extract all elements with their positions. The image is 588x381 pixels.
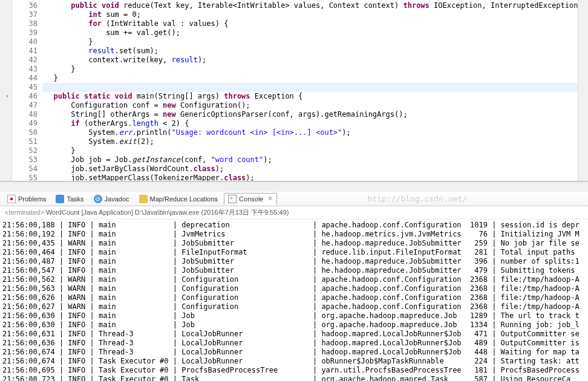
problems-icon xyxy=(7,195,16,203)
code-line[interactable]: String[] otherArgs = new GenericOptionsP… xyxy=(42,110,578,119)
console-line: 21:56:00,435 | WARN | main | JobSubmitte… xyxy=(2,239,586,248)
line-number: 51 xyxy=(12,137,38,146)
tab-mapreduce[interactable]: Map/Reduce Locations xyxy=(136,194,222,204)
console-line: 21:56:00,464 | INFO | main | FileInputFo… xyxy=(2,248,586,257)
line-number: 45 xyxy=(12,83,38,92)
console-line: 21:56:00,627 | WARN | main | Configurati… xyxy=(2,302,586,311)
console-line: 21:56:00,547 | INFO | main | JobSubmitte… xyxy=(2,266,586,275)
watermark-text: http://blog.csdn.net/ xyxy=(368,194,467,203)
tasks-icon xyxy=(56,195,64,203)
line-number: 41 xyxy=(12,47,38,56)
line-number: 54 xyxy=(12,164,38,174)
code-line[interactable]: job.setMapperClass(TokenizerMapper.class… xyxy=(42,174,578,181)
code-line[interactable]: sum += val.get(); xyxy=(42,28,578,37)
console-line: 21:56:00,562 | WARN | main | Configurati… xyxy=(2,275,586,284)
line-number: 36 xyxy=(12,1,38,10)
javadoc-icon: @ xyxy=(94,195,102,203)
code-line[interactable]: public static void main(String[] args) t… xyxy=(42,92,578,101)
console-icon xyxy=(228,195,237,203)
code-editor[interactable]: 3637383940414243444546474849505152535455… xyxy=(0,0,588,181)
tab-console[interactable]: Console ✕ xyxy=(224,193,277,205)
code-line[interactable]: System.exit(2); xyxy=(42,137,578,146)
tab-tasks[interactable]: Tasks xyxy=(52,194,87,204)
tab-label: Javadoc xyxy=(105,195,129,203)
line-number: 50 xyxy=(12,128,38,137)
tab-label: Console xyxy=(239,195,263,203)
horizontal-scrollbar[interactable] xyxy=(0,181,588,192)
code-line[interactable]: public void reduce(Text key, Iterable<In… xyxy=(42,1,578,10)
code-line[interactable]: } xyxy=(42,37,578,47)
tab-javadoc[interactable]: @ Javadoc xyxy=(90,194,133,204)
console-output[interactable]: 21:56:00,188 | INFO | main | deprecation… xyxy=(0,220,588,381)
code-area[interactable]: public void reduce(Text key, Iterable<In… xyxy=(42,0,578,181)
console-line: 21:56:00,723 | INFO | Task Executor #0 |… xyxy=(2,375,586,381)
console-line: 21:56:00,563 | WARN | main | Configurati… xyxy=(2,284,586,293)
console-view: <terminated> WordCount [Java Application… xyxy=(0,206,588,381)
console-line: 21:56:00,626 | WARN | main | Configurati… xyxy=(2,293,586,302)
line-number: 52 xyxy=(12,146,38,155)
console-line: 21:56:00,674 | INFO | Task Executor #0 |… xyxy=(2,357,586,366)
console-line: 21:56:00,487 | INFO | main | JobSubmitte… xyxy=(2,257,586,266)
code-line[interactable]: } xyxy=(42,65,578,74)
console-header: <terminated> WordCount [Java Application… xyxy=(0,206,588,220)
code-line[interactable]: for (IntWritable val : values) { xyxy=(42,19,578,28)
line-number: 48 xyxy=(12,110,38,119)
code-line[interactable]: context.write(key, result); xyxy=(42,56,578,65)
code-line[interactable]: job.setJarByClass(WordCount.class); xyxy=(42,164,578,174)
line-number: 46 xyxy=(12,92,38,101)
close-icon[interactable]: ✕ xyxy=(267,195,273,203)
line-number: 47 xyxy=(12,101,38,110)
launch-label: WordCount [Java Application] D:\Java\bin… xyxy=(46,209,289,216)
terminated-label: <terminated> xyxy=(5,209,44,216)
tab-label: Tasks xyxy=(67,195,83,203)
tab-label: Map/Reduce Locations xyxy=(150,195,218,203)
tab-problems[interactable]: Problems xyxy=(4,194,50,204)
line-number: 40 xyxy=(12,37,38,47)
code-line[interactable]: int sum = 0; xyxy=(42,10,578,19)
line-number: 43 xyxy=(12,65,38,74)
console-line: 21:56:00,630 | INFO | main | Job | org.a… xyxy=(2,321,586,330)
line-number: 38 xyxy=(12,19,38,28)
line-number: 55 xyxy=(12,174,38,181)
console-line: 21:56:00,631 | INFO | Thread-3 | LocalJo… xyxy=(2,330,586,339)
editor-margin xyxy=(0,0,12,181)
vertical-scrollbar[interactable] xyxy=(578,0,588,181)
code-line[interactable] xyxy=(42,83,578,92)
line-gutter: 3637383940414243444546474849505152535455 xyxy=(12,0,42,181)
line-number: 49 xyxy=(12,119,38,128)
code-line[interactable]: System.err.println("Usage: wordcount <in… xyxy=(42,128,578,137)
code-line[interactable]: Job job = Job.getInstance(conf, "word co… xyxy=(42,155,578,164)
mapreduce-icon xyxy=(139,195,148,203)
line-number: 53 xyxy=(12,155,38,164)
console-line: 21:56:00,674 | INFO | Thread-3 | LocalJo… xyxy=(2,348,586,357)
line-number: 37 xyxy=(12,10,38,19)
code-line[interactable]: } xyxy=(42,74,578,83)
console-line: 21:56:00,188 | INFO | main | deprecation… xyxy=(2,221,586,230)
console-line: 21:56:00,192 | INFO | main | JvmMetrics … xyxy=(2,230,586,239)
code-line[interactable]: } xyxy=(42,146,578,155)
bottom-tabs: Problems Tasks @ Javadoc Map/Reduce Loca… xyxy=(0,192,588,206)
console-line: 21:56:00,695 | INFO | Task Executor #0 |… xyxy=(2,366,586,375)
code-line[interactable]: if (otherArgs.length < 2) { xyxy=(42,119,578,128)
line-number: 39 xyxy=(12,28,38,37)
code-line[interactable]: result.set(sum); xyxy=(42,47,578,56)
code-line[interactable]: Configuration conf = new Configuration()… xyxy=(42,101,578,110)
console-line: 21:56:00,636 | INFO | Thread-3 | LocalJo… xyxy=(2,339,586,348)
tab-label: Problems xyxy=(18,195,46,203)
console-line: 21:56:00,630 | INFO | main | Job | org.a… xyxy=(2,311,586,321)
line-number: 44 xyxy=(12,74,38,83)
line-number: 42 xyxy=(12,56,38,65)
